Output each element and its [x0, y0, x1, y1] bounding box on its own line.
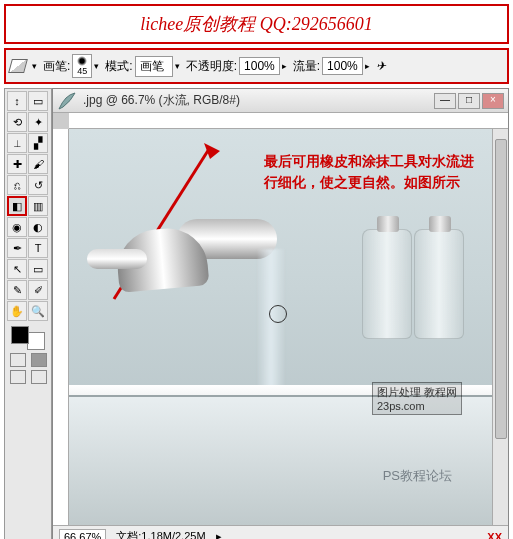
- brush-dropdown-icon[interactable]: ▾: [94, 61, 99, 71]
- zoom-field[interactable]: 66.67%: [59, 529, 106, 540]
- dodge-tool[interactable]: ◐: [28, 217, 48, 237]
- document-title: .jpg @ 66.7% (水流, RGB/8#): [83, 92, 428, 109]
- mode-group: 模式: 画笔 ▾: [105, 56, 179, 77]
- annotation-line2: 行细化，使之更自然。如图所示: [264, 172, 474, 193]
- brush-dot-icon: [77, 56, 87, 66]
- flow-slider-icon[interactable]: ▸: [365, 61, 370, 71]
- tutorial-banner: lichee原创教程 QQ:292656601: [4, 4, 509, 44]
- window-buttons: — □ ×: [434, 93, 504, 109]
- watermark-text: PS教程论坛: [383, 467, 452, 485]
- ruler-horizontal[interactable]: [69, 113, 508, 129]
- background-color-swatch[interactable]: [27, 332, 45, 350]
- hand-tool[interactable]: ✋: [7, 301, 27, 321]
- watermark-xx: XX: [487, 531, 502, 540]
- move-tool[interactable]: ↕: [7, 91, 27, 111]
- gradient-tool[interactable]: ▥: [28, 196, 48, 216]
- wm-line1: 图片处理: [377, 386, 421, 398]
- brush-size-value: 45: [77, 66, 87, 76]
- eraser-tool[interactable]: ◧: [7, 196, 27, 216]
- banner-text: lichee原创教程 QQ:292656601: [140, 14, 372, 34]
- options-bar: ▾ 画笔: 45 ▾ 模式: 画笔 ▾ 不透明度: 100% ▸ 流量: 100…: [4, 48, 509, 84]
- svg-marker-1: [204, 143, 220, 159]
- eraser-tool-icon[interactable]: [8, 59, 28, 73]
- pen-tool[interactable]: ✒: [7, 238, 27, 258]
- brush-tool[interactable]: 🖌: [28, 154, 48, 174]
- history-brush-tool[interactable]: ↺: [28, 175, 48, 195]
- mode-dropdown-icon[interactable]: ▾: [175, 61, 180, 71]
- flow-label: 流量:: [293, 58, 320, 75]
- opacity-field[interactable]: 100%: [239, 57, 280, 75]
- bottle-cap-icon: [377, 216, 399, 232]
- wm-line3: 教程网: [424, 386, 457, 398]
- toolbox: ↕ ▭ ⟲ ✦ ⟂ ▞ ✚ 🖌 ⎌ ↺ ◧ ▥ ◉ ◐ ✒ T ↖ ▭ ✎ ✐ …: [4, 88, 52, 539]
- opacity-group: 不透明度: 100% ▸: [186, 57, 287, 75]
- annotation-line1: 最后可用橡皮和涂抹工具对水流进: [264, 151, 474, 172]
- faucet-handle: [87, 249, 147, 269]
- crop-tool[interactable]: ⟂: [7, 133, 27, 153]
- canvas-body: 最后可用橡皮和涂抹工具对水流进 行细化，使之更自然。如图所示 图片处理 教程网: [53, 129, 508, 525]
- faucet: [87, 199, 267, 339]
- eyedropper-tool[interactable]: ✐: [28, 280, 48, 300]
- close-button[interactable]: ×: [482, 93, 504, 109]
- shape-tool[interactable]: ▭: [28, 259, 48, 279]
- flow-field[interactable]: 100%: [322, 57, 363, 75]
- canvas[interactable]: 最后可用橡皮和涂抹工具对水流进 行细化，使之更自然。如图所示 图片处理 教程网: [69, 129, 492, 525]
- quickmask-mode-icon[interactable]: [31, 353, 47, 367]
- color-swatches[interactable]: [7, 326, 49, 350]
- document-window: .jpg @ 66.7% (水流, RGB/8#) — □ × 最后可用橡皮和涂…: [52, 88, 509, 539]
- flow-value: 100%: [327, 59, 358, 73]
- path-select-tool[interactable]: ↖: [7, 259, 27, 279]
- standard-mode-icon[interactable]: [10, 353, 26, 367]
- brush-label: 画笔:: [43, 58, 70, 75]
- annotation-text: 最后可用橡皮和涂抹工具对水流进 行细化，使之更自然。如图所示: [264, 151, 474, 193]
- mode-label: 模式:: [105, 58, 132, 75]
- slice-tool[interactable]: ▞: [28, 133, 48, 153]
- flow-group: 流量: 100% ▸: [293, 57, 370, 75]
- brush-preview[interactable]: 45: [72, 54, 92, 78]
- blur-tool[interactable]: ◉: [7, 217, 27, 237]
- main-area: ↕ ▭ ⟲ ✦ ⟂ ▞ ✚ 🖌 ⎌ ↺ ◧ ▥ ◉ ◐ ✒ T ↖ ▭ ✎ ✐ …: [4, 88, 509, 539]
- maximize-button[interactable]: □: [458, 93, 480, 109]
- wm-line2: 23ps.com: [377, 400, 425, 412]
- screen-mode-2-icon[interactable]: [31, 370, 47, 384]
- scrollbar-vertical[interactable]: [492, 129, 508, 525]
- foreground-color-swatch[interactable]: [11, 326, 29, 344]
- status-bar: 66.67% 文档:1.18M/2.25M ▸ XX: [53, 525, 508, 539]
- airbrush-icon[interactable]: ✈: [376, 59, 386, 73]
- quick-mask-toggle[interactable]: [7, 353, 49, 367]
- titlebar[interactable]: .jpg @ 66.7% (水流, RGB/8#) — □ ×: [53, 89, 508, 113]
- bottle-cap-icon: [429, 216, 451, 232]
- zoom-tool[interactable]: 🔍: [28, 301, 48, 321]
- lasso-tool[interactable]: ⟲: [7, 112, 27, 132]
- scroll-thumb[interactable]: [495, 139, 507, 439]
- screen-mode-1-icon[interactable]: [10, 370, 26, 384]
- app-feather-icon: [57, 91, 77, 111]
- heal-tool[interactable]: ✚: [7, 154, 27, 174]
- marquee-tool[interactable]: ▭: [28, 91, 48, 111]
- bottle-2: [414, 229, 464, 339]
- screen-mode-toggle[interactable]: [7, 370, 49, 384]
- ruler-vertical[interactable]: [53, 129, 69, 525]
- watermark-box: 图片处理 教程网 23ps.com: [372, 382, 462, 415]
- stamp-tool[interactable]: ⎌: [7, 175, 27, 195]
- brush-cursor: [269, 305, 287, 323]
- minimize-button[interactable]: —: [434, 93, 456, 109]
- notes-tool[interactable]: ✎: [7, 280, 27, 300]
- doc-size-text: 文档:1.18M/2.25M: [116, 529, 205, 539]
- type-tool[interactable]: T: [28, 238, 48, 258]
- brush-picker[interactable]: 画笔: 45 ▾: [43, 54, 99, 78]
- status-arrow-icon[interactable]: ▸: [216, 530, 222, 539]
- mode-value: 画笔: [140, 58, 164, 75]
- opacity-label: 不透明度:: [186, 58, 237, 75]
- tool-preset-dropdown[interactable]: ▾: [32, 61, 37, 71]
- mode-select[interactable]: 画笔: [135, 56, 173, 77]
- opacity-value: 100%: [244, 59, 275, 73]
- opacity-slider-icon[interactable]: ▸: [282, 61, 287, 71]
- wand-tool[interactable]: ✦: [28, 112, 48, 132]
- bottle-1: [362, 229, 412, 339]
